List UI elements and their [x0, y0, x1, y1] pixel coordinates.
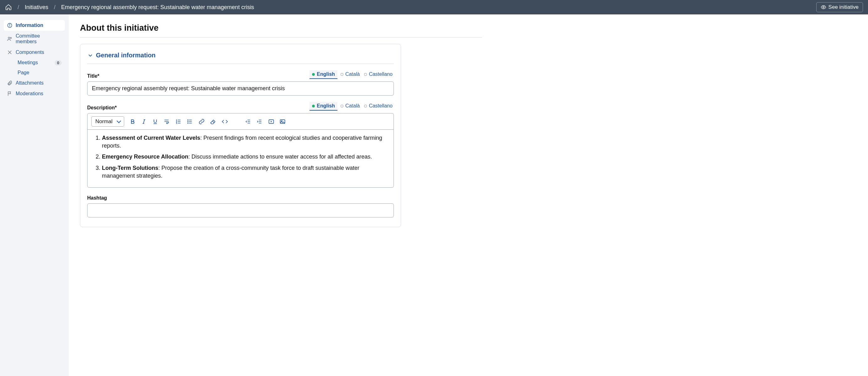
outdent-button[interactable]: [245, 118, 251, 125]
status-dot-icon: [364, 73, 367, 76]
page-title: About this initiative: [80, 23, 482, 33]
ordered-list-button[interactable]: 123: [175, 118, 182, 125]
status-dot-icon: [364, 105, 367, 107]
title-label: Title*: [87, 73, 99, 79]
general-information-panel: General information Title* English Catal…: [80, 44, 401, 227]
flag-icon: [7, 91, 12, 97]
components-icon: [7, 49, 12, 55]
description-label: Description*: [87, 105, 117, 111]
hashtag-label: Hashtag: [87, 195, 107, 201]
info-icon: [7, 23, 12, 28]
sidebar-sub-label: Page: [18, 70, 29, 75]
indent-button[interactable]: [256, 118, 263, 125]
sidebar-item-page[interactable]: Page: [4, 68, 65, 78]
svg-point-24: [188, 123, 188, 124]
lang-tab-english[interactable]: English: [310, 70, 337, 79]
topbar: / Initiatives / Emergency regional assem…: [0, 0, 868, 14]
erase-button[interactable]: [210, 118, 216, 125]
lang-tab-castellano[interactable]: Castellano: [363, 102, 394, 111]
svg-line-25: [213, 121, 214, 123]
sidebar-item-moderations[interactable]: Moderations: [4, 88, 65, 99]
eye-icon: [820, 4, 826, 10]
description-editor: Normal 123: [87, 113, 394, 188]
bold-button[interactable]: [129, 118, 136, 125]
divider: [80, 37, 482, 38]
breadcrumb-current: Emergency regional assembly request: Sus…: [61, 4, 254, 11]
lang-tab-catala[interactable]: Català: [339, 70, 361, 79]
lang-tab-english[interactable]: English: [310, 102, 337, 111]
link-button[interactable]: [198, 118, 205, 125]
home-icon[interactable]: [5, 4, 12, 11]
format-select[interactable]: Normal: [91, 116, 124, 127]
title-lang-tabs: English Català Castellano: [310, 70, 394, 79]
svg-point-23: [188, 121, 188, 122]
svg-point-4: [8, 37, 10, 38]
svg-point-3: [9, 24, 10, 25]
quote-button[interactable]: [233, 118, 240, 125]
italic-button[interactable]: [141, 118, 147, 125]
sidebar-item-meetings[interactable]: Meetings 0: [4, 58, 65, 68]
title-input[interactable]: [87, 81, 394, 96]
breadcrumb: / Initiatives / Emergency regional assem…: [5, 4, 254, 11]
wrap-button[interactable]: [163, 118, 170, 125]
status-dot-icon: [312, 73, 315, 76]
svg-point-0: [823, 7, 824, 8]
svg-marker-33: [271, 121, 272, 122]
underline-button[interactable]: [152, 118, 159, 125]
breadcrumb-separator: /: [18, 4, 19, 11]
editor-body[interactable]: Assessment of Current Water Levels: Pres…: [88, 130, 394, 187]
sidebar-sub-label: Meetings: [18, 60, 38, 66]
accordion-general-information[interactable]: General information: [87, 50, 394, 64]
svg-text:3: 3: [176, 122, 177, 124]
sidebar: Information Committee members Components…: [0, 14, 69, 376]
svg-line-10: [143, 120, 144, 124]
sidebar-item-label: Components: [16, 49, 44, 55]
image-button[interactable]: [279, 118, 286, 125]
sidebar-item-label: Moderations: [16, 91, 43, 97]
paperclip-icon: [7, 80, 12, 86]
sidebar-item-attachments[interactable]: Attachments: [4, 78, 65, 88]
sidebar-item-components[interactable]: Components: [4, 47, 65, 58]
description-lang-tabs: English Català Castellano: [310, 102, 394, 111]
svg-point-22: [188, 120, 188, 120]
sidebar-item-label: Information: [16, 23, 43, 28]
hashtag-input[interactable]: [87, 203, 394, 217]
sidebar-item-label: Committee members: [16, 33, 62, 44]
sidebar-item-committee[interactable]: Committee members: [4, 31, 65, 47]
lang-tab-castellano[interactable]: Castellano: [363, 70, 394, 79]
list-item: Long-Term Solutions: Propose the creatio…: [102, 164, 386, 180]
list-item: Emergency Resource Allocation: Discuss i…: [102, 153, 386, 161]
status-dot-icon: [341, 73, 343, 76]
unordered-list-button[interactable]: [186, 118, 193, 125]
editor-toolbar: Normal 123: [88, 113, 394, 130]
status-dot-icon: [312, 105, 315, 107]
meetings-count-badge: 0: [55, 60, 62, 66]
accordion-title: General information: [96, 52, 156, 59]
status-dot-icon: [341, 105, 343, 107]
breadcrumb-initiatives[interactable]: Initiatives: [25, 4, 48, 11]
users-icon: [7, 36, 12, 42]
see-initiative-label: See initiative: [829, 4, 859, 10]
chevron-down-icon: [87, 52, 93, 59]
breadcrumb-separator: /: [54, 4, 56, 11]
see-initiative-button[interactable]: See initiative: [816, 2, 863, 12]
video-button[interactable]: [268, 118, 275, 125]
list-item: Assessment of Current Water Levels: Pres…: [102, 134, 386, 150]
svg-point-5: [10, 37, 11, 38]
sidebar-item-information[interactable]: Information: [4, 20, 65, 31]
sidebar-item-label: Attachments: [16, 80, 43, 86]
lang-tab-catala[interactable]: Català: [339, 102, 361, 111]
code-button[interactable]: [221, 118, 228, 125]
